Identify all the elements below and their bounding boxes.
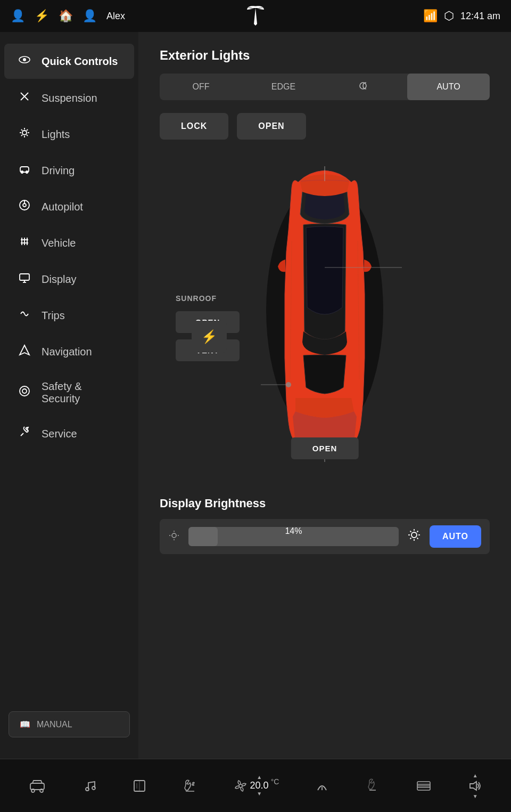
svg-point-4	[22, 131, 27, 135]
bluetooth-icon: ⬡	[444, 9, 454, 23]
svg-point-17	[23, 204, 26, 207]
sidebar-label-trips: Trips	[42, 310, 65, 322]
svg-line-50	[410, 538, 411, 539]
tesla-logo	[247, 4, 264, 28]
brightness-control: 14% AUTO	[160, 519, 490, 554]
svg-line-49	[417, 531, 418, 532]
svg-line-47	[410, 531, 411, 532]
bottom-fan-icon: ▲ 20.0 ▼ °C	[233, 775, 279, 797]
bottom-car-icon[interactable]	[28, 779, 46, 793]
manual-label: MANUAL	[37, 720, 72, 729]
temp-unit: °C	[271, 777, 279, 786]
svg-line-48	[417, 538, 418, 539]
status-right: 📶 ⬡ 12:41 am	[423, 9, 500, 23]
sidebar-label-vehicle: Vehicle	[42, 237, 76, 249]
sidebar-bottom: 📖 MANUAL	[0, 701, 138, 748]
brightness-value: 14%	[285, 527, 302, 536]
lock-button[interactable]: LOCK	[160, 113, 228, 140]
lights-icon	[17, 127, 32, 142]
main-layout: Quick Controls Suspension Lights Driving	[0, 32, 511, 759]
bottom-volume-icon[interactable]: ▲ ▼	[468, 773, 483, 799]
brightness-slider[interactable]: 14%	[188, 527, 399, 546]
temperature-display[interactable]: ▲ 20.0 ▼	[250, 775, 269, 797]
manual-icon: 📖	[20, 719, 30, 729]
bottom-wiper-icon[interactable]	[315, 778, 329, 793]
sunroof-label: SUNROOF	[176, 294, 240, 303]
car-visual-container: SUNROOF OPEN VENT ⚡	[160, 145, 490, 475]
sidebar-label-safety-security: Safety & Security	[42, 380, 121, 405]
exterior-lights-title: Exterior Lights	[160, 48, 490, 63]
user-name: Alex	[106, 11, 125, 22]
sidebar-item-safety-security[interactable]: Safety & Security	[4, 371, 134, 415]
lights-off-button[interactable]: OFF	[160, 74, 242, 100]
status-bar: 👤 ⚡ 🏠 👤 Alex 📶 ⬡ 12:41 am	[0, 0, 511, 32]
svg-rect-24	[20, 274, 29, 280]
navigation-icon	[17, 344, 32, 359]
vehicle-icon	[17, 236, 32, 250]
trunk-open-button[interactable]: OPEN	[291, 437, 359, 459]
bottom-rear-defrost-icon[interactable]	[415, 778, 432, 793]
brightness-section: Display Brightness 14%	[160, 486, 490, 554]
svg-point-54	[86, 787, 89, 791]
svg-line-11	[27, 129, 28, 131]
service-icon	[17, 426, 32, 441]
sidebar-label-display: Display	[42, 273, 77, 286]
svg-point-42	[411, 532, 417, 538]
bottom-music-icon[interactable]	[82, 778, 97, 793]
bottom-media-icon[interactable]	[132, 778, 147, 793]
manual-button[interactable]: 📖 MANUAL	[9, 711, 130, 737]
svg-point-1	[23, 58, 26, 61]
brightness-auto-button[interactable]: AUTO	[430, 525, 481, 548]
profile-icon: 👤	[11, 9, 25, 23]
svg-point-29	[22, 389, 27, 393]
charge-icon: ⚡	[35, 9, 49, 23]
sidebar-item-lights[interactable]: Lights	[4, 117, 134, 151]
sidebar-item-driving[interactable]: Driving	[4, 153, 134, 188]
bottom-seat-heat-icon[interactable]	[183, 777, 197, 794]
sidebar-label-navigation: Navigation	[42, 346, 92, 358]
user-icon: 👤	[83, 9, 97, 23]
sidebar-item-display[interactable]: Display	[4, 262, 134, 296]
svg-line-12	[21, 135, 22, 136]
display-icon	[17, 272, 32, 287]
svg-line-10	[27, 135, 28, 136]
home-icon: 🏠	[59, 9, 73, 23]
content-area: Exterior Lights OFF EDGE AUTO LOCK OPEN …	[138, 32, 511, 759]
suspension-icon	[17, 91, 32, 105]
charge-port-button[interactable]: ⚡	[192, 321, 227, 353]
lights-auto-button[interactable]: AUTO	[407, 74, 490, 100]
autopilot-icon	[17, 199, 32, 214]
sidebar-label-autopilot: Autopilot	[42, 201, 83, 213]
wifi-icon: 📶	[423, 9, 438, 23]
status-left: 👤 ⚡ 🏠 👤 Alex	[11, 9, 125, 23]
svg-point-35	[286, 382, 291, 387]
sidebar-item-navigation[interactable]: Navigation	[4, 335, 134, 369]
bottom-bar: ▲ 20.0 ▼ °C ▲	[0, 759, 511, 812]
sidebar-item-suspension[interactable]: Suspension	[4, 81, 134, 115]
lock-open-buttons: LOCK OPEN	[160, 113, 490, 140]
lights-edge-button[interactable]: EDGE	[242, 74, 325, 100]
sidebar-label-driving: Driving	[42, 165, 75, 177]
svg-point-57	[239, 784, 242, 787]
exterior-lights-section: Exterior Lights OFF EDGE AUTO LOCK OPEN	[160, 48, 490, 140]
sidebar-item-autopilot[interactable]: Autopilot	[4, 190, 134, 224]
temp-value: 20.0	[250, 780, 269, 791]
sidebar-label-quick-controls: Quick Controls	[42, 55, 118, 68]
svg-marker-63	[470, 782, 476, 790]
sidebar-label-lights: Lights	[42, 128, 70, 141]
driving-icon	[17, 163, 32, 178]
trips-icon	[17, 308, 32, 323]
sidebar-item-quick-controls[interactable]: Quick Controls	[4, 44, 134, 79]
bottom-rear-heat-icon[interactable]	[365, 777, 380, 794]
trunk-open-container: OPEN	[291, 437, 359, 459]
car-top-view	[245, 156, 405, 465]
svg-point-28	[20, 386, 29, 396]
lights-on-button[interactable]	[325, 74, 407, 100]
svg-line-9	[21, 129, 22, 131]
sidebar-item-trips[interactable]: Trips	[4, 298, 134, 332]
sidebar-item-service[interactable]: Service	[4, 417, 134, 451]
sidebar: Quick Controls Suspension Lights Driving	[0, 32, 138, 759]
lights-toggle-group: OFF EDGE AUTO	[160, 74, 490, 100]
sidebar-item-vehicle[interactable]: Vehicle	[4, 226, 134, 260]
open-front-button[interactable]: OPEN	[237, 113, 306, 140]
